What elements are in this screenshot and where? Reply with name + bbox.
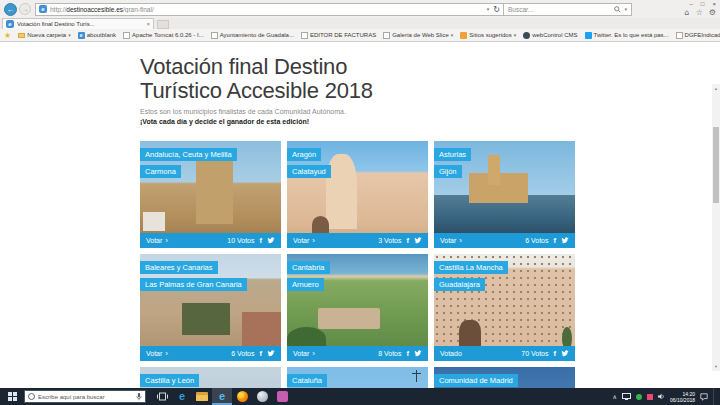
- scrollbar-thumb[interactable]: [713, 127, 719, 203]
- notification-center-icon[interactable]: [700, 393, 708, 401]
- display-icon[interactable]: [622, 393, 631, 400]
- twitter-icon[interactable]: [561, 237, 569, 244]
- card-castilla-y-leon[interactable]: Castilla y León: [140, 367, 281, 388]
- maximize-button[interactable]: □: [701, 0, 705, 8]
- address-bar[interactable]: e http://destinoaccesible.es/gran-final/…: [35, 3, 504, 16]
- speaker-icon[interactable]: [658, 393, 665, 400]
- file-explorer-taskbar-button[interactable]: [192, 388, 212, 405]
- start-button[interactable]: [0, 388, 24, 405]
- purple-app-taskbar-button[interactable]: [272, 388, 292, 405]
- edge-taskbar-button[interactable]: e: [172, 388, 192, 405]
- votar-button[interactable]: Votar›: [146, 350, 168, 357]
- favorite-nueva-carpeta[interactable]: Nueva carpeta▾: [18, 32, 71, 38]
- page-title: Votación final DestinoTurístico Accesibl…: [140, 55, 577, 103]
- facebook-icon[interactable]: f: [407, 236, 410, 245]
- city-label: Arnuero: [287, 278, 324, 291]
- city-label: Carmona: [140, 165, 181, 178]
- chevron-right-icon: ›: [165, 349, 168, 358]
- twitter-icon[interactable]: [267, 350, 275, 357]
- favorites-bar-star-icon[interactable]: ★: [4, 31, 11, 40]
- url-host: destinoaccesible.es: [66, 6, 123, 13]
- favorite-editor-facturas[interactable]: EDITOR DE FACTURAS: [301, 32, 376, 39]
- favorites-star-icon[interactable]: ☆: [696, 8, 703, 17]
- card-las-palmas[interactable]: Baleares y CanariasLas Palmas de Gran Ca…: [140, 254, 281, 361]
- twitter-icon[interactable]: [414, 237, 422, 244]
- task-view-button[interactable]: [152, 388, 172, 405]
- taskbar-search[interactable]: Escribe aquí para buscar: [24, 390, 146, 403]
- scroll-down-icon[interactable]: ▼: [712, 362, 720, 371]
- facebook-icon[interactable]: f: [554, 236, 557, 245]
- chevron-right-icon: ›: [459, 236, 462, 245]
- votar-button[interactable]: Votar›: [293, 350, 315, 357]
- city-label: Calatayud: [287, 165, 331, 178]
- page-icon: [123, 32, 130, 39]
- forward-button[interactable]: →: [19, 3, 31, 15]
- search-dropdown-caret-icon[interactable]: ▾: [624, 6, 627, 12]
- card-calatayud[interactable]: AragónCalatayud Votar› 3 Votosf: [287, 141, 428, 248]
- card-arnuero[interactable]: CantabriaArnuero Votar› 8 Votosf: [287, 254, 428, 361]
- refresh-icon[interactable]: ↻: [493, 5, 500, 14]
- tab-close-icon[interactable]: ×: [146, 21, 150, 27]
- favorite-ayuntamiento[interactable]: Ayuntamiento de Guadala...: [211, 32, 294, 39]
- purple-app-icon: [277, 391, 288, 402]
- tray-chevron-up-icon[interactable]: ∧: [613, 394, 617, 400]
- page-cta: ¡Vota cada día y decide el ganador de es…: [140, 118, 577, 125]
- internet-explorer-taskbar-button[interactable]: e: [212, 388, 232, 405]
- gray-app-taskbar-button[interactable]: [252, 388, 272, 405]
- card-guadalajara[interactable]: Castilla La ManchaGuadalajara Votado 70 …: [434, 254, 575, 361]
- region-label: Asturias: [434, 148, 471, 161]
- votar-button[interactable]: Votar›: [440, 237, 462, 244]
- close-button[interactable]: ×: [712, 0, 716, 8]
- region-label: Baleares y Canarias: [140, 261, 218, 274]
- gear-icon[interactable]: ⚙: [709, 8, 716, 17]
- vote-count: 70 Votos: [521, 350, 548, 357]
- facebook-icon[interactable]: f: [554, 349, 557, 358]
- clock[interactable]: 14:2006/10/2018: [670, 391, 695, 403]
- twitter-icon[interactable]: [561, 350, 569, 357]
- card-footer: Votar› 8 Votosf: [287, 346, 428, 361]
- search-magnifier-icon[interactable]: [614, 6, 621, 13]
- tab-votacion-final[interactable]: e Votación final Destino Turís... ×: [2, 18, 154, 29]
- page-icon: [301, 32, 308, 39]
- vote-count: 6 Votos: [231, 350, 254, 357]
- facebook-icon[interactable]: f: [260, 349, 263, 358]
- favorite-twitter[interactable]: Twitter. Es lo que está pas...: [585, 32, 669, 39]
- scrollbar[interactable]: ▲ ▼: [712, 84, 720, 371]
- twitter-icon: [585, 32, 592, 39]
- page-favicon-icon: e: [39, 5, 47, 13]
- home-icon[interactable]: ⌂: [685, 8, 690, 17]
- firefox-taskbar-button[interactable]: [232, 388, 252, 405]
- favorite-dgfe-indicadores[interactable]: DGFEIndicadores: [676, 32, 720, 39]
- card-cataluna[interactable]: Cataluña: [287, 367, 428, 388]
- card-comunidad-de-madrid[interactable]: Comunidad de Madrid: [434, 367, 575, 388]
- favorite-sitios-sugeridos[interactable]: Sitios sugeridos▾: [460, 32, 516, 39]
- minimize-button[interactable]: –: [690, 0, 693, 8]
- browser-chrome: ← → e http://destinoaccesible.es/gran-fi…: [0, 0, 720, 42]
- green-app-tray-icon[interactable]: [636, 394, 642, 400]
- twitter-icon[interactable]: [267, 237, 275, 244]
- search-box[interactable]: Buscar... ▾: [504, 3, 632, 16]
- red-app-tray-icon[interactable]: [647, 394, 653, 400]
- favorite-webcontrol-cms[interactable]: webControl CMS: [523, 32, 577, 39]
- facebook-icon[interactable]: f: [260, 236, 263, 245]
- favorite-aboutblank[interactable]: eaboutblank: [78, 32, 116, 39]
- votar-button[interactable]: Votar›: [146, 237, 168, 244]
- show-desktop-button[interactable]: [713, 388, 716, 405]
- url-dropdown-caret-icon[interactable]: ▾: [487, 6, 490, 12]
- favorite-web-slice[interactable]: Galería de Web Slice▾: [383, 32, 453, 39]
- votar-button[interactable]: Votar›: [293, 237, 315, 244]
- card-carmona[interactable]: Andalucía, Ceuta y MelillaCarmona Votar›…: [140, 141, 281, 248]
- facebook-icon[interactable]: f: [407, 349, 410, 358]
- favorite-apache-tomcat[interactable]: Apache Tomcat 6.0.26 - I...: [123, 32, 204, 39]
- card-gijon[interactable]: AsturiasGijón Votar› 6 Votosf: [434, 141, 575, 248]
- chevron-right-icon: ›: [312, 236, 315, 245]
- url-path: /gran-final/: [123, 6, 154, 13]
- twitter-icon[interactable]: [414, 350, 422, 357]
- back-button[interactable]: ←: [4, 3, 17, 16]
- gray-sphere-icon: [257, 391, 268, 402]
- vote-count: 6 Votos: [525, 237, 548, 244]
- cortana-icon: [28, 393, 35, 400]
- scroll-up-icon[interactable]: ▲: [712, 84, 720, 93]
- url-text[interactable]: http://destinoaccesible.es/gran-final/: [50, 6, 154, 13]
- new-tab-button[interactable]: [157, 20, 169, 29]
